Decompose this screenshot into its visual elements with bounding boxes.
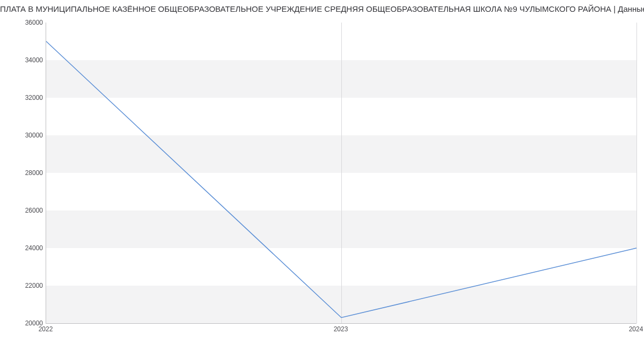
x-tick-label: 2023 [334,325,348,333]
y-tick-label: 30000 [11,132,43,139]
y-tick-label: 22000 [11,282,43,289]
y-tick-label: 32000 [11,94,43,101]
chart-title: ПЛАТА В МУНИЦИПАЛЬНОЕ КАЗЁННОЕ ОБЩЕОБРАЗ… [0,4,644,13]
y-tick-label: 26000 [11,207,43,214]
x-tick-label: 2024 [629,325,643,333]
grid-vline [636,23,637,323]
chart-container: ПЛАТА В МУНИЦИПАЛЬНОЕ КАЗЁННОЕ ОБЩЕОБРАЗ… [0,0,644,349]
y-tick-label: 24000 [11,244,43,252]
x-tick-label: 2022 [39,325,53,333]
line-series [46,23,636,323]
y-tick-label: 34000 [11,56,43,64]
series-line [46,41,636,318]
y-tick-label: 28000 [11,169,43,177]
plot-area[interactable] [46,23,636,324]
y-tick-label: 36000 [11,19,43,26]
